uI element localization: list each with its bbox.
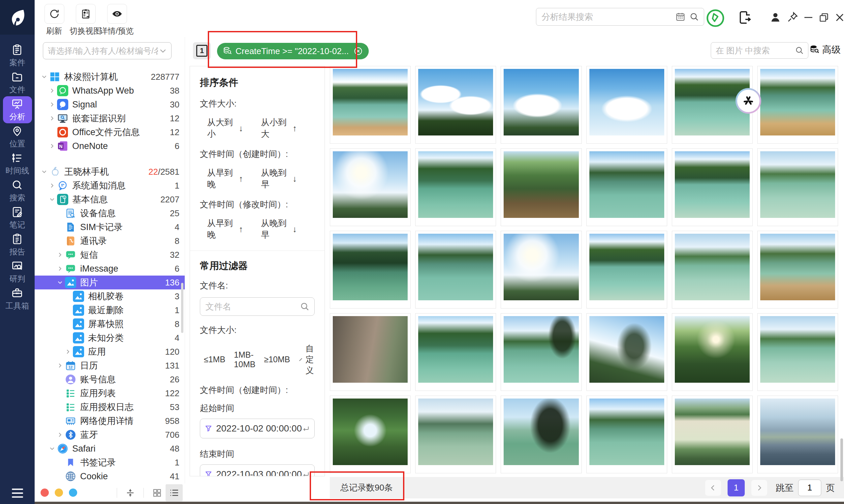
advanced-search-button[interactable]: 高级 xyxy=(810,43,841,56)
photo-card[interactable] xyxy=(757,231,838,308)
photo-thumbnail-clouds-sky[interactable] xyxy=(590,69,664,136)
expander-right-icon[interactable] xyxy=(47,181,57,190)
user-account-icon[interactable] xyxy=(770,11,781,23)
expander-right-icon[interactable] xyxy=(55,361,65,370)
rail-item-timeline[interactable]: 时间线 xyxy=(3,150,32,177)
photo-card[interactable] xyxy=(330,313,411,391)
photo-thumbnail-lake-forest[interactable] xyxy=(418,316,493,383)
tree-item-账号信息[interactable]: 账号信息26 xyxy=(35,373,185,386)
photo-thumbnail-lake-tree[interactable] xyxy=(504,316,579,383)
tree-item-Cookie[interactable]: Cookie41 xyxy=(35,469,185,483)
prev-page-button[interactable] xyxy=(705,480,721,496)
calendar-icon[interactable] xyxy=(675,12,685,22)
tree-item-OneNote[interactable]: NOneNote6 xyxy=(35,139,185,153)
size-option-1to10mb[interactable]: 1MB-10MB xyxy=(234,350,255,369)
rail-item-judge[interactable]: 研判 xyxy=(3,258,32,286)
tree-item-Safari[interactable]: Safari48 xyxy=(35,442,185,455)
photo-thumbnail-lake-forest[interactable] xyxy=(418,151,493,218)
photo-thumbnail-lake-hills[interactable] xyxy=(333,69,408,136)
tree-item-网络使用详情[interactable]: 网络使用详情958 xyxy=(35,414,185,428)
expander-down-icon[interactable] xyxy=(55,278,65,287)
tree-scrollbar[interactable] xyxy=(181,283,183,333)
collapse-all-button[interactable] xyxy=(122,484,139,501)
photo-thumbnail-sun-clouds[interactable] xyxy=(504,234,579,300)
tree-item-日历[interactable]: 12日历131 xyxy=(35,359,185,373)
expander-down-icon[interactable] xyxy=(47,195,57,204)
photo-card[interactable] xyxy=(501,231,581,308)
switch-view-button[interactable] xyxy=(76,4,96,24)
photo-card[interactable] xyxy=(330,148,411,226)
sort-option-size-asc[interactable]: 从小到大↑ xyxy=(261,117,297,140)
rail-item-report[interactable]: 报告 xyxy=(3,231,32,258)
tree-item-应用[interactable]: 应用120 xyxy=(35,345,185,359)
expander-right-icon[interactable] xyxy=(55,264,65,273)
photo-card[interactable] xyxy=(586,148,667,226)
photo-thumbnail-lake-shore[interactable] xyxy=(760,69,835,136)
tree-item-蓝牙[interactable]: 蓝牙706 xyxy=(35,428,185,442)
photo-card[interactable] xyxy=(672,313,753,391)
photo-thumbnail-harbor[interactable] xyxy=(760,398,835,465)
photo-card[interactable] xyxy=(586,313,667,391)
pin-window-icon[interactable] xyxy=(787,11,798,23)
size-option-gte10mb[interactable]: ≥10MB xyxy=(264,355,290,364)
restore-window-icon[interactable] xyxy=(818,12,829,23)
photo-card[interactable] xyxy=(757,148,838,226)
tree-item-Office文件元信息[interactable]: Office文件元信息12 xyxy=(35,125,185,139)
search-icon[interactable] xyxy=(300,302,310,311)
photo-thumbnail-lake-pale[interactable] xyxy=(760,151,835,218)
photo-thumbnail-cliff[interactable] xyxy=(333,316,408,383)
photo-card[interactable] xyxy=(757,313,838,391)
search-icon[interactable] xyxy=(795,46,804,55)
photo-thumbnail-lake-calm[interactable] xyxy=(590,151,664,218)
photo-card[interactable] xyxy=(415,66,496,144)
photo-thumbnail-lake-green[interactable] xyxy=(675,151,750,218)
global-search-input[interactable] xyxy=(541,12,675,22)
protection-status-icon[interactable] xyxy=(706,8,725,28)
grid-search-input[interactable] xyxy=(715,46,795,56)
sort-option-ctime-asc[interactable]: 从早到晚↑ xyxy=(207,167,243,190)
tree-item-嵌套证据识别[interactable]: 嵌套证据识别12 xyxy=(35,111,185,125)
sort-option-mtime-asc[interactable]: 从早到晚↑ xyxy=(207,218,243,241)
photo-card[interactable] xyxy=(501,396,581,473)
tree-filter-input[interactable] xyxy=(47,46,159,56)
photo-thumbnail-clouds-big[interactable] xyxy=(504,69,579,136)
minimize-icon[interactable] xyxy=(803,15,814,20)
tree-item-王晓林手机[interactable]: 王晓林手机22/2581 xyxy=(35,165,185,179)
rail-item-file[interactable]: 文件 xyxy=(3,69,32,96)
photo-card[interactable] xyxy=(501,66,581,144)
photo-card[interactable] xyxy=(586,231,667,308)
photo-thumbnail-lake-hills2[interactable] xyxy=(590,398,664,465)
red-dot-filter[interactable] xyxy=(40,488,49,497)
photo-thumbnail-lake-pale[interactable] xyxy=(675,234,750,300)
photo-card[interactable] xyxy=(415,313,496,391)
yellow-dot-filter[interactable] xyxy=(55,488,63,497)
tree-item-图片[interactable]: 图片136 xyxy=(35,275,185,289)
expander-right-icon[interactable] xyxy=(55,431,65,439)
photo-card[interactable] xyxy=(330,66,411,144)
photo-thumbnail-cloud-trees[interactable] xyxy=(418,69,493,136)
photo-card[interactable] xyxy=(415,231,496,308)
photo-card[interactable] xyxy=(586,396,667,473)
expander-right-icon[interactable] xyxy=(55,251,65,259)
tree-item-通讯录[interactable]: 通讯录8 xyxy=(35,234,185,248)
expander-down-icon[interactable] xyxy=(39,73,49,81)
expander-right-icon[interactable] xyxy=(47,86,57,95)
main-scrollbar[interactable] xyxy=(840,438,843,481)
photo-card[interactable] xyxy=(586,66,667,144)
photo-thumbnail-tree-dark[interactable] xyxy=(504,398,579,465)
tree-item-SIM卡记录[interactable]: SIM卡记录4 xyxy=(35,220,185,234)
filename-input[interactable] xyxy=(205,301,300,312)
sort-option-mtime-desc[interactable]: 从晚到早↓ xyxy=(261,218,297,241)
photo-thumbnail-trees-sun[interactable] xyxy=(675,316,750,383)
tree-item-应用授权日志[interactable]: 应用授权日志53 xyxy=(35,400,185,414)
expander-right-icon[interactable] xyxy=(47,142,57,150)
remove-filter-icon[interactable] xyxy=(354,47,363,56)
tree-item-应用列表[interactable]: 应用列表122 xyxy=(35,386,185,400)
current-page-button[interactable]: 1 xyxy=(727,479,745,497)
blue-dot-filter[interactable] xyxy=(69,488,77,497)
photo-card[interactable] xyxy=(672,231,753,308)
close-icon[interactable] xyxy=(834,12,844,23)
chevron-down-icon[interactable] xyxy=(159,47,167,55)
create-start-datebox[interactable]: 2022-10-02 00:00:00 xyxy=(200,419,315,438)
menu-hamburger-icon[interactable] xyxy=(0,488,35,498)
